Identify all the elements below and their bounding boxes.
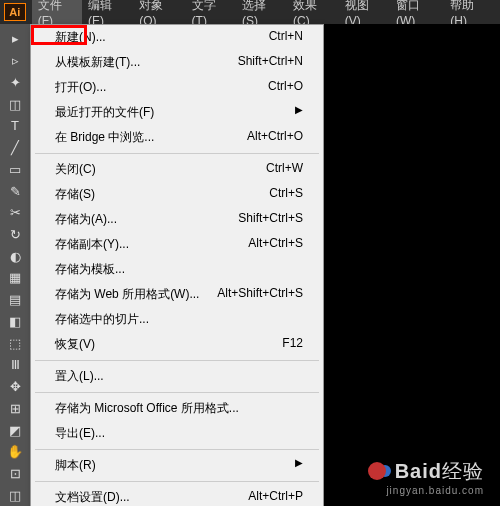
menu-item-7[interactable]: 存储(S)Ctrl+S (31, 182, 323, 207)
menu-item-label: 存储选中的切片... (55, 311, 149, 328)
menu-item-shortcut: Shift+Ctrl+N (238, 54, 303, 71)
menu-item-shortcut: Alt+Ctrl+P (248, 489, 303, 506)
watermark-url: jingyan.baidu.com (368, 485, 484, 496)
tool-14[interactable]: ⬚ (3, 333, 27, 353)
menu-item-13[interactable]: 恢复(V)F12 (31, 332, 323, 357)
menu-item-label: 关闭(C) (55, 161, 96, 178)
menu-item-0[interactable]: 新建(N)...Ctrl+N (31, 25, 323, 50)
menu-item-18[interactable]: 导出(E)... (31, 421, 323, 446)
tool-13[interactable]: ◧ (3, 312, 27, 332)
menu-item-17[interactable]: 存储为 Microsoft Office 所用格式... (31, 396, 323, 421)
tool-11[interactable]: ▦ (3, 268, 27, 288)
chevron-right-icon: ▶ (295, 104, 303, 121)
tool-0[interactable]: ▸ (3, 29, 27, 49)
tool-12[interactable]: ▤ (3, 290, 27, 310)
tool-18[interactable]: ◩ (3, 420, 27, 440)
menu-item-label: 从模板新建(T)... (55, 54, 140, 71)
menu-item-label: 存储为模板... (55, 261, 125, 278)
menu-item-shortcut: Ctrl+S (269, 186, 303, 203)
menu-item-12[interactable]: 存储选中的切片... (31, 307, 323, 332)
tool-16[interactable]: ✥ (3, 377, 27, 397)
tool-3[interactable]: ◫ (3, 94, 27, 114)
menu-item-shortcut: Ctrl+N (269, 29, 303, 46)
menu-item-6[interactable]: 关闭(C)Ctrl+W (31, 157, 323, 182)
menu-item-label: 存储为(A)... (55, 211, 117, 228)
menu-item-label: 文档设置(D)... (55, 489, 130, 506)
menu-separator (35, 153, 319, 154)
menu-item-shortcut: Alt+Ctrl+S (248, 236, 303, 253)
menu-item-20[interactable]: 脚本(R)▶ (31, 453, 323, 478)
menu-item-10[interactable]: 存储为模板... (31, 257, 323, 282)
tool-7[interactable]: ✎ (3, 181, 27, 201)
menu-item-label: 恢复(V) (55, 336, 95, 353)
menu-separator (35, 449, 319, 450)
watermark: Baid经验 jingyan.baidu.com (368, 458, 484, 496)
menu-item-label: 脚本(R) (55, 457, 96, 474)
tool-9[interactable]: ↻ (3, 225, 27, 245)
menu-item-shortcut: Alt+Shift+Ctrl+S (217, 286, 303, 303)
app-header: Ai 文件(F)编辑(E)对象(O)文字(T)选择(S)效果(C)视图(V)窗口… (0, 0, 500, 24)
menu-item-shortcut: Shift+Ctrl+S (238, 211, 303, 228)
tool-1[interactable]: ▹ (3, 51, 27, 71)
tool-17[interactable]: ⊞ (3, 398, 27, 418)
menu-item-label: 置入(L)... (55, 368, 104, 385)
menu-item-label: 最近打开的文件(F) (55, 104, 154, 121)
menu-item-label: 存储为 Microsoft Office 所用格式... (55, 400, 239, 417)
menu-item-shortcut: Alt+Ctrl+O (247, 129, 303, 146)
menu-item-4[interactable]: 在 Bridge 中浏览...Alt+Ctrl+O (31, 125, 323, 150)
tool-6[interactable]: ▭ (3, 159, 27, 179)
tool-5[interactable]: ╱ (3, 138, 27, 158)
menu-separator (35, 392, 319, 393)
tool-20[interactable]: ⊡ (3, 464, 27, 484)
tool-4[interactable]: T (3, 116, 27, 136)
menu-item-1[interactable]: 从模板新建(T)...Shift+Ctrl+N (31, 50, 323, 75)
tool-15[interactable]: Ⅲ (3, 355, 27, 375)
menu-item-label: 导出(E)... (55, 425, 105, 442)
menu-item-label: 在 Bridge 中浏览... (55, 129, 154, 146)
menu-separator (35, 481, 319, 482)
toolbar-left: ▸▹✦◫T╱▭✎✂↻◐▦▤◧⬚Ⅲ✥⊞◩✋⊡◫ (0, 24, 30, 506)
menu-item-shortcut: Ctrl+O (268, 79, 303, 96)
menu-item-label: 存储为 Web 所用格式(W)... (55, 286, 199, 303)
menu-item-shortcut: F12 (282, 336, 303, 353)
app-logo: Ai (4, 3, 26, 21)
menu-item-label: 新建(N)... (55, 29, 106, 46)
tool-19[interactable]: ✋ (3, 442, 27, 462)
menu-item-22[interactable]: 文档设置(D)...Alt+Ctrl+P (31, 485, 323, 506)
menu-separator (35, 360, 319, 361)
menu-item-11[interactable]: 存储为 Web 所用格式(W)...Alt+Shift+Ctrl+S (31, 282, 323, 307)
menu-item-label: 打开(O)... (55, 79, 106, 96)
menu-item-15[interactable]: 置入(L)... (31, 364, 323, 389)
menu-item-8[interactable]: 存储为(A)...Shift+Ctrl+S (31, 207, 323, 232)
file-menu-dropdown: 新建(N)...Ctrl+N从模板新建(T)...Shift+Ctrl+N打开(… (30, 24, 324, 506)
menu-item-shortcut: Ctrl+W (266, 161, 303, 178)
tool-2[interactable]: ✦ (3, 72, 27, 92)
menu-item-2[interactable]: 打开(O)...Ctrl+O (31, 75, 323, 100)
menu-item-3[interactable]: 最近打开的文件(F)▶ (31, 100, 323, 125)
watermark-logo: Baid经验 (368, 458, 484, 485)
tool-10[interactable]: ◐ (3, 246, 27, 266)
menu-item-label: 存储副本(Y)... (55, 236, 129, 253)
chevron-right-icon: ▶ (295, 457, 303, 474)
menu-item-label: 存储(S) (55, 186, 95, 203)
menu-item-9[interactable]: 存储副本(Y)...Alt+Ctrl+S (31, 232, 323, 257)
tool-21[interactable]: ◫ (3, 485, 27, 505)
tool-8[interactable]: ✂ (3, 203, 27, 223)
